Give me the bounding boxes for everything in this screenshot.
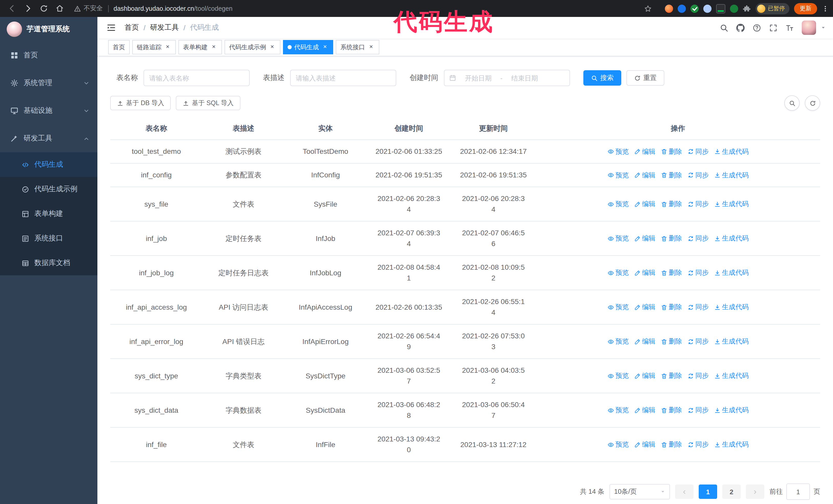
table-desc-input[interactable]	[290, 70, 396, 86]
sync-link[interactable]: 同步	[687, 234, 709, 243]
edit-link[interactable]: 编辑	[634, 440, 656, 450]
tab-form-builder[interactable]: 表单构建	[178, 40, 222, 54]
generate-code-link[interactable]: 生成代码	[714, 371, 749, 381]
extensions-puzzle-icon[interactable]	[743, 4, 751, 13]
toggle-search-button[interactable]	[784, 95, 800, 111]
delete-link[interactable]: 删除	[661, 302, 682, 312]
extension-icon[interactable]	[703, 4, 712, 13]
edit-link[interactable]: 编辑	[634, 371, 656, 381]
tab-tracing[interactable]: 链路追踪	[132, 40, 176, 54]
table-name-input[interactable]	[144, 70, 249, 86]
sync-link[interactable]: 同步	[687, 440, 709, 450]
extension-icon[interactable]	[730, 4, 738, 13]
refresh-table-button[interactable]	[805, 95, 820, 111]
preview-link[interactable]: 预览	[607, 371, 629, 381]
generate-code-link[interactable]: 生成代码	[714, 268, 749, 278]
delete-link[interactable]: 删除	[661, 268, 682, 278]
goto-page-input[interactable]	[786, 483, 810, 500]
sync-link[interactable]: 同步	[687, 405, 709, 415]
page-button-1[interactable]: 1	[699, 484, 717, 499]
delete-link[interactable]: 删除	[661, 170, 682, 180]
fullscreen-icon[interactable]	[769, 23, 778, 32]
app-logo[interactable]: 芋道管理系统	[0, 17, 97, 42]
edit-link[interactable]: 编辑	[634, 234, 656, 243]
browser-forward-icon[interactable]	[24, 4, 32, 13]
breadcrumb-home[interactable]: 首页	[124, 23, 139, 32]
browser-reload-icon[interactable]	[40, 4, 48, 13]
help-icon[interactable]	[753, 23, 761, 32]
edit-link[interactable]: 编辑	[634, 337, 656, 346]
date-start-input[interactable]	[458, 74, 498, 82]
page-button-2[interactable]: 2	[722, 484, 741, 499]
tab-api[interactable]: 系统接口	[336, 40, 379, 54]
preview-link[interactable]: 预览	[607, 147, 629, 157]
generate-code-link[interactable]: 生成代码	[714, 147, 749, 157]
page-size-select[interactable]: 10条/页	[610, 484, 670, 499]
generate-code-link[interactable]: 生成代码	[714, 234, 749, 243]
profile-chip[interactable]: 已暂停	[756, 3, 789, 14]
sync-link[interactable]: 同步	[687, 170, 709, 180]
sidebar-item-devtools[interactable]: 研发工具	[0, 125, 97, 152]
delete-link[interactable]: 删除	[661, 440, 682, 450]
caret-down-icon[interactable]	[821, 25, 826, 30]
close-icon[interactable]	[164, 44, 171, 51]
import-db-button[interactable]: 基于 DB 导入	[110, 96, 171, 110]
github-icon[interactable]	[736, 23, 745, 32]
browser-menu-icon[interactable]	[822, 4, 829, 13]
sidebar-fold-icon[interactable]	[106, 23, 116, 32]
tab-home[interactable]: 首页	[108, 40, 130, 54]
sync-link[interactable]: 同步	[687, 302, 709, 312]
preview-link[interactable]: 预览	[607, 234, 629, 243]
generate-code-link[interactable]: 生成代码	[714, 170, 749, 180]
preview-link[interactable]: 预览	[607, 440, 629, 450]
search-icon[interactable]	[720, 23, 729, 32]
sync-link[interactable]: 同步	[687, 199, 709, 209]
browser-back-icon[interactable]	[8, 4, 17, 13]
sidebar-item-home[interactable]: 首页	[0, 42, 97, 69]
extension-icon[interactable]	[678, 4, 686, 13]
generate-code-link[interactable]: 生成代码	[714, 337, 749, 346]
edit-link[interactable]: 编辑	[634, 170, 656, 180]
browser-home-icon[interactable]	[55, 4, 64, 13]
sidebar-item-api[interactable]: 系统接口	[0, 226, 97, 251]
extension-icon[interactable]	[690, 4, 699, 13]
preview-link[interactable]: 预览	[607, 268, 629, 278]
generate-code-link[interactable]: 生成代码	[714, 405, 749, 415]
preview-link[interactable]: 预览	[607, 170, 629, 180]
sidebar-item-infra[interactable]: 基础设施	[0, 97, 97, 125]
delete-link[interactable]: 删除	[661, 371, 682, 381]
delete-link[interactable]: 删除	[661, 337, 682, 346]
preview-link[interactable]: 预览	[607, 337, 629, 346]
edit-link[interactable]: 编辑	[634, 302, 656, 312]
breadcrumb-devtools[interactable]: 研发工具	[150, 23, 179, 32]
edit-link[interactable]: 编辑	[634, 268, 656, 278]
sync-link[interactable]: 同步	[687, 147, 709, 157]
edit-link[interactable]: 编辑	[634, 405, 656, 415]
close-icon[interactable]	[210, 44, 217, 51]
sidebar-item-db-doc[interactable]: 数据库文档	[0, 251, 97, 275]
tab-codegen-example[interactable]: 代码生成示例	[224, 40, 280, 54]
sync-link[interactable]: 同步	[687, 337, 709, 346]
extension-icon[interactable]	[665, 4, 673, 13]
search-button[interactable]: 搜索	[584, 70, 621, 86]
close-icon[interactable]	[322, 44, 329, 51]
font-size-icon[interactable]	[785, 23, 794, 32]
close-icon[interactable]	[367, 44, 375, 51]
address-bar[interactable]: 不安全 dashboard.yudao.iocoder.cn/tool/code…	[74, 4, 638, 13]
delete-link[interactable]: 删除	[661, 234, 682, 243]
extension-icon[interactable]	[716, 4, 725, 13]
delete-link[interactable]: 删除	[661, 199, 682, 209]
generate-code-link[interactable]: 生成代码	[714, 199, 749, 209]
delete-link[interactable]: 删除	[661, 147, 682, 157]
date-range-picker[interactable]: -	[444, 70, 570, 86]
bookmark-star-icon[interactable]	[644, 4, 652, 13]
edit-link[interactable]: 编辑	[634, 199, 656, 209]
close-icon[interactable]	[269, 44, 276, 51]
preview-link[interactable]: 预览	[607, 302, 629, 312]
date-end-input[interactable]	[505, 74, 545, 82]
sync-link[interactable]: 同步	[687, 371, 709, 381]
generate-code-link[interactable]: 生成代码	[714, 440, 749, 450]
sidebar-item-system[interactable]: 系统管理	[0, 69, 97, 97]
preview-link[interactable]: 预览	[607, 405, 629, 415]
sidebar-item-codegen-example[interactable]: 代码生成示例	[0, 177, 97, 201]
